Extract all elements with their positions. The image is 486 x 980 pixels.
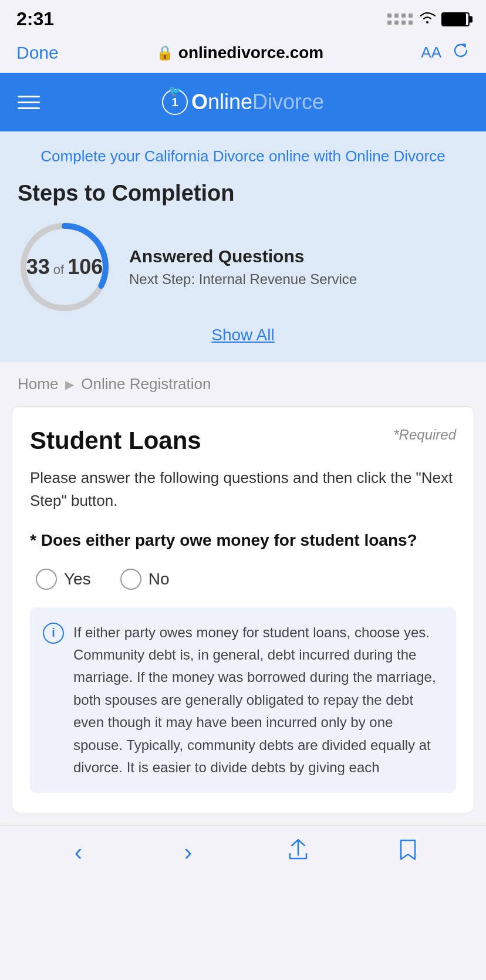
browser-actions: AA [421, 42, 470, 63]
status-time: 2:31 [16, 8, 54, 30]
radio-no-label: No [148, 570, 170, 589]
info-text: If either party owes money for student l… [73, 621, 443, 779]
info-box: i If either party owes money for student… [30, 607, 456, 793]
radio-yes-circle[interactable] [36, 569, 57, 590]
refresh-button[interactable] [452, 42, 470, 63]
bookmark-button[interactable] [390, 837, 426, 867]
status-icons [387, 11, 470, 28]
progress-content: 33 of 106 Answered Questions Next Step: … [18, 220, 468, 314]
circle-progress: 33 of 106 [18, 220, 112, 314]
signal-icon [387, 13, 413, 25]
show-all-link[interactable]: Show All [18, 326, 468, 344]
logo: 🐦 1 OnlineDivorce [162, 89, 324, 115]
status-bar: 2:31 [0, 0, 486, 36]
of-label: of [50, 262, 68, 277]
logo-text: OnlineDivorce [191, 90, 324, 114]
required-label: *Required [393, 427, 456, 443]
nav-header: 🐦 1 OnlineDivorce [0, 73, 486, 131]
hamburger-menu[interactable] [18, 96, 40, 109]
info-icon: i [43, 623, 64, 644]
breadcrumb: Home ▶ Online Registration [0, 362, 486, 406]
done-button[interactable]: Done [16, 43, 59, 63]
wifi-icon [419, 11, 436, 28]
text-size-button[interactable]: AA [421, 43, 441, 62]
url-text: onlinedivorce.com [178, 43, 323, 62]
answered-questions-label: Answered Questions [129, 246, 468, 266]
bottom-nav: ‹ › [0, 825, 486, 884]
next-arrow-icon: › [184, 839, 192, 866]
card-instruction: Please answer the following questions an… [30, 467, 456, 512]
share-icon [288, 839, 308, 866]
breadcrumb-current: Online Registration [81, 375, 211, 393]
progress-section: Complete your California Divorce online … [0, 131, 486, 362]
card-title: Student Loans [30, 427, 201, 455]
prev-arrow-icon: ‹ [75, 839, 82, 866]
logo-icon: 🐦 1 [162, 89, 188, 115]
card-header: Student Loans *Required [30, 427, 456, 455]
breadcrumb-home[interactable]: Home [18, 375, 58, 393]
progress-subtitle: Complete your California Divorce online … [18, 146, 468, 167]
bird-icon: 🐦 [168, 85, 181, 97]
bookmark-icon [399, 839, 417, 866]
radio-yes-label: Yes [64, 570, 91, 589]
question-text: * Does either party owe money for studen… [30, 529, 456, 552]
radio-yes[interactable]: Yes [36, 569, 91, 590]
browser-bar: Done 🔒 onlinedivorce.com AA [0, 36, 486, 73]
breadcrumb-arrow: ▶ [65, 377, 74, 391]
url-bar[interactable]: 🔒 onlinedivorce.com [156, 43, 323, 62]
progress-info: Answered Questions Next Step: Internal R… [129, 246, 468, 288]
radio-no[interactable]: No [120, 569, 170, 590]
next-button[interactable]: › [171, 837, 206, 867]
radio-no-circle[interactable] [120, 569, 141, 590]
lock-icon: 🔒 [156, 45, 174, 61]
steps-heading: Steps to Completion [18, 181, 468, 206]
progress-text: 33 of 106 [26, 255, 103, 279]
radio-group: Yes No [30, 569, 456, 590]
next-step-label: Next Step: Internal Revenue Service [129, 271, 468, 288]
main-card: Student Loans *Required Please answer th… [12, 406, 474, 813]
prev-button[interactable]: ‹ [61, 837, 96, 867]
battery-icon [441, 12, 470, 26]
share-button[interactable] [281, 837, 316, 867]
